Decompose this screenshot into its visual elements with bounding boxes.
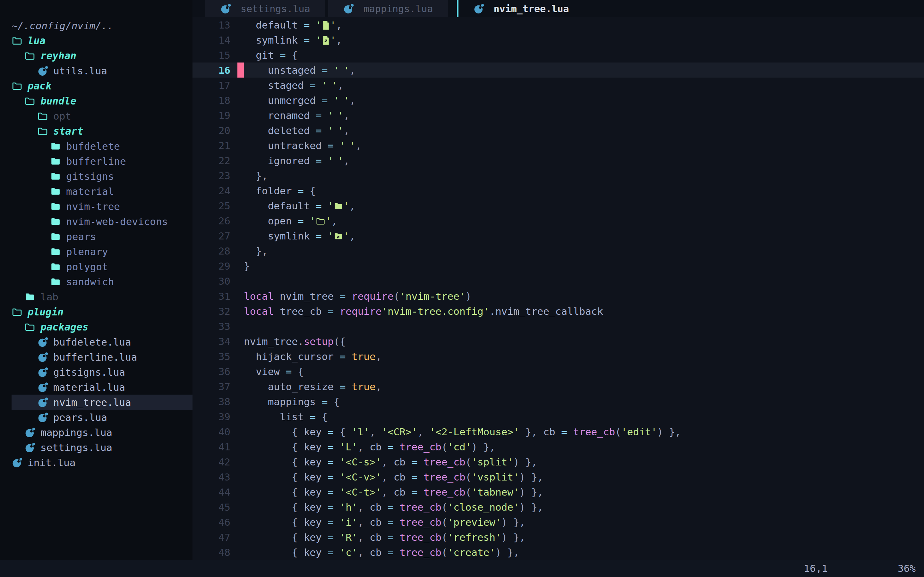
tree-item-packages[interactable]: packages: [0, 319, 192, 334]
tree-item-lua[interactable]: lua: [0, 33, 192, 48]
code-buffer[interactable]: 13 default = '',14 symlink = '',15 git =…: [192, 17, 924, 560]
code-line-18[interactable]: 18 unmerged = '',: [192, 93, 924, 108]
tree-item-bufferline.lua[interactable]: bufferline.lua: [0, 350, 192, 364]
code-line-22[interactable]: 22 ignored = '',: [192, 153, 924, 168]
tree-item-gitsigns[interactable]: gitsigns: [0, 169, 192, 184]
code-line-28[interactable]: 28 },: [192, 243, 924, 258]
line-number: 20: [192, 125, 237, 136]
code-line-31[interactable]: 31local nvim_tree = require('nvim-tree'): [192, 288, 924, 303]
tree-item-sandwich[interactable]: sandwich: [0, 274, 192, 289]
tree-item-gitsigns.lua[interactable]: gitsigns.lua: [0, 364, 192, 380]
tree-item-start[interactable]: start: [0, 123, 192, 139]
tree-root-path[interactable]: ~/.config/nvim/..: [0, 18, 192, 33]
code-line-34[interactable]: 34nvim_tree.setup({: [192, 334, 924, 349]
code-line-21[interactable]: 21 untracked = '',: [192, 138, 924, 153]
line-number: 48: [192, 546, 237, 558]
token: 'tabnew': [471, 486, 519, 498]
tree-item-reyhan[interactable]: reyhan: [0, 48, 192, 63]
token: =: [316, 95, 334, 106]
tree-item-bufferline[interactable]: bufferline: [0, 153, 192, 169]
code-line-35[interactable]: 35 hijack_cursor = true,: [192, 349, 924, 364]
line-number: 44: [192, 486, 237, 498]
tree-item-mappings.lua[interactable]: mappings.lua: [0, 425, 192, 440]
code-line-25[interactable]: 25 default = '',: [192, 198, 924, 213]
code-line-42[interactable]: 42 { key = '<C-s>', cb = tree_cb('split'…: [192, 454, 924, 469]
code-line-15[interactable]: 15 git = {: [192, 47, 924, 63]
tab-mappings.lua[interactable]: mappings.lua: [328, 0, 448, 17]
code-line-46[interactable]: 46 { key = 'i', cb = tree_cb('preview') …: [192, 514, 924, 530]
code-line-45[interactable]: 45 { key = 'h', cb = tree_cb('close_node…: [192, 500, 924, 514]
token: local: [244, 290, 274, 302]
code-line-29[interactable]: 29}: [192, 258, 924, 274]
tree-item-nvim-web-devicons[interactable]: nvim-web-devicons: [0, 214, 192, 229]
tree-item-bufdelete.lua[interactable]: bufdelete.lua: [0, 334, 192, 350]
code-line-33[interactable]: 33: [192, 319, 924, 334]
code-line-32[interactable]: 32local tree_cb = require'nvim-tree.conf…: [192, 303, 924, 319]
code-line-36[interactable]: 36 view = {: [192, 364, 924, 379]
code-line-43[interactable]: 43 { key = '<C-v>', cb = tree_cb('vsplit…: [192, 469, 924, 484]
token: {: [322, 411, 328, 422]
tree-item-nvim-tree[interactable]: nvim-tree: [0, 199, 192, 214]
tab-nvim_tree.lua[interactable]: nvim_tree.lua: [459, 0, 584, 17]
token: 'split': [471, 456, 513, 468]
token: ) },: [519, 501, 543, 513]
token: tree_cb: [423, 486, 465, 498]
code-line-24[interactable]: 24 folder = {: [192, 183, 924, 198]
sign-column: [237, 303, 244, 319]
token: nvim_tree: [280, 290, 334, 302]
code-line-41[interactable]: 41 { key = 'L', cb = tree_cb('cd') },: [192, 439, 924, 454]
token: =: [381, 501, 399, 513]
tree-item-polygot[interactable]: polygot: [0, 259, 192, 274]
folder-closed-icon: [24, 292, 35, 302]
line-number: 35: [192, 351, 237, 362]
code-line-23[interactable]: 23 },: [192, 168, 924, 183]
code-line-47[interactable]: 47 { key = 'R', cb = tree_cb('refresh') …: [192, 530, 924, 545]
code-line-19[interactable]: 19 renamed = '',: [192, 108, 924, 123]
tree-item-plenary[interactable]: plenary: [0, 244, 192, 259]
tree-item-material[interactable]: material: [0, 184, 192, 199]
code-line-40[interactable]: 40 { key = { 'l', '<CR>', '<2-LeftMouse>…: [192, 424, 924, 439]
tree-item-pears[interactable]: pears: [0, 229, 192, 244]
lua-file-icon: [24, 427, 35, 438]
code-line-17[interactable]: 17 staged = '',: [192, 77, 924, 93]
code-line-26[interactable]: 26 open = '',: [192, 213, 924, 228]
code-line-48[interactable]: 48 { key = 'c', cb = tree_cb('create') }…: [192, 545, 924, 560]
token: .: [489, 306, 495, 317]
code-line-30[interactable]: 30: [192, 274, 924, 288]
tree-item-label: nvim-tree: [66, 201, 120, 212]
tree-item-settings.lua[interactable]: settings.lua: [0, 440, 192, 455]
tree-item-plugin[interactable]: plugin: [0, 304, 192, 319]
code-line-27[interactable]: 27 symlink = '',: [192, 228, 924, 243]
tree-item-lab[interactable]: lab: [0, 289, 192, 304]
line-number: 45: [192, 501, 237, 513]
tree-item-nvim_tree.lua[interactable]: nvim_tree.lua: [0, 395, 192, 410]
token: untracked: [268, 140, 322, 151]
code-line-44[interactable]: 44 { key = '<C-t>', cb = tree_cb('tabnew…: [192, 484, 924, 500]
code-line-39[interactable]: 39 list = {: [192, 409, 924, 424]
code-line-20[interactable]: 20 deleted = '',: [192, 123, 924, 138]
token: {: [292, 532, 304, 543]
tree-item-init.lua[interactable]: init.lua: [0, 455, 192, 470]
tree-item-opt[interactable]: opt: [0, 108, 192, 123]
tree-item-label: gitsigns: [66, 171, 114, 182]
token: 'create': [447, 546, 495, 558]
tab-settings.lua[interactable]: settings.lua: [205, 0, 325, 17]
tree-item-bundle[interactable]: bundle: [0, 93, 192, 108]
tree-item-bufdelete[interactable]: bufdelete: [0, 139, 192, 153]
tree-item-utils.lua[interactable]: utils.lua: [0, 63, 192, 78]
folder-closed-icon: [50, 216, 61, 227]
code-line-16[interactable]: 16 unstaged = '',: [192, 63, 924, 77]
tree-item-pack[interactable]: pack: [0, 78, 192, 93]
token: 'nvim-tree': [399, 290, 465, 302]
code-line-14[interactable]: 14 symlink = '',: [192, 32, 924, 47]
token: key: [304, 516, 322, 528]
token: ) },: [471, 441, 495, 453]
token: 'nvim-tree.config': [381, 306, 489, 317]
sign-column: [237, 228, 244, 243]
tree-item-material.lua[interactable]: material.lua: [0, 380, 192, 395]
code-line-38[interactable]: 38 mappings = {: [192, 394, 924, 409]
token: true: [352, 381, 376, 392]
code-line-13[interactable]: 13 default = '',: [192, 17, 924, 32]
tree-item-pears.lua[interactable]: pears.lua: [0, 410, 192, 425]
code-line-37[interactable]: 37 auto_resize = true,: [192, 379, 924, 394]
